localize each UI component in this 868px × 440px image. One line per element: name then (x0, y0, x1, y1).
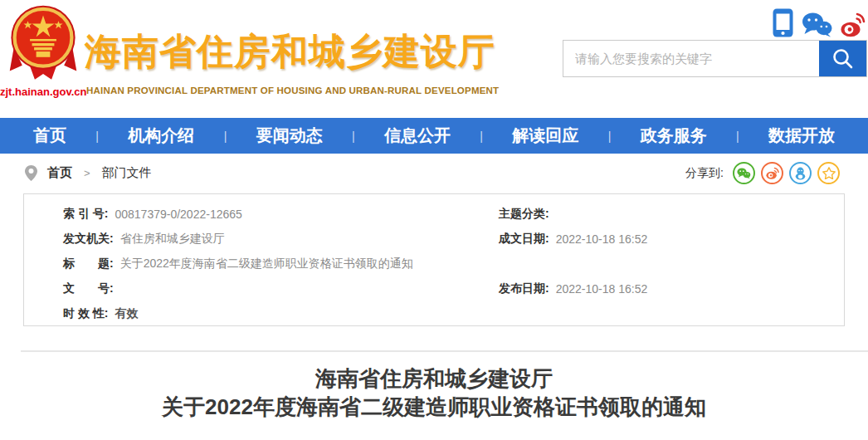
share-weibo-button[interactable] (761, 162, 783, 184)
header-quick-links (773, 8, 866, 37)
share-area: 分享到: (685, 162, 840, 184)
section-divider (21, 350, 868, 352)
nav-item-home[interactable]: 首页 (33, 125, 66, 147)
nav-separator: | (224, 130, 227, 143)
meta-validity: 时 效 性: 有效 (63, 301, 413, 326)
breadcrumb-separator: > (84, 167, 90, 179)
meta-doc-number: 文 号: (63, 276, 413, 301)
national-emblem-icon (8, 4, 78, 82)
share-wechat-button[interactable] (733, 162, 755, 184)
site-title: 海南省住房和城乡建设厅 (85, 27, 495, 76)
doc-metadata-box: 索 引 号: 00817379-0/2022-12665 发文机关: 省住房和城… (23, 193, 845, 326)
share-qq-button[interactable] (789, 162, 812, 184)
share-wechat-icon (737, 168, 751, 179)
breadcrumb-bar: 首页 > 部门文件 分享到: (0, 154, 868, 193)
nav-separator: | (736, 130, 739, 143)
share-qq-icon (795, 167, 806, 180)
nav-separator: | (480, 130, 483, 143)
document-title: 海南省住房和城乡建设厅 关于2022年度海南省二级建造师职业资格证书领取的通知 (0, 364, 868, 421)
meta-empty-row (499, 301, 647, 326)
meta-topic-category: 主题分类: (499, 202, 647, 227)
document-title-line2: 关于2022年度海南省二级建造师职业资格证书领取的通知 (0, 393, 868, 421)
main-nav: 首页 | 机构介绍 | 要闻动态 | 信息公开 | 解读回应 | 政务服务 | … (0, 118, 868, 154)
wechat-icon[interactable] (802, 12, 832, 37)
share-label: 分享到: (685, 166, 724, 181)
weibo-icon[interactable] (841, 12, 866, 37)
nav-separator: | (608, 130, 612, 143)
meta-publish-date: 发布日期: 2022-10-18 16:52 (499, 276, 647, 301)
search-button[interactable] (819, 41, 866, 76)
meta-column-right: 主题分类: 成文日期: 2022-10-18 16:52 发布日期: 2022-… (499, 202, 647, 326)
mobile-icon[interactable] (773, 8, 793, 37)
search-icon (831, 47, 854, 70)
nav-item-news[interactable]: 要闻动态 (256, 125, 323, 147)
nav-item-open-data[interactable]: 数据开放 (768, 125, 835, 147)
nav-separator: | (352, 130, 355, 143)
site-search (563, 40, 867, 77)
meta-written-date: 成文日期: 2022-10-18 16:52 (499, 227, 647, 252)
meta-index-number: 索 引 号: 00817379-0/2022-12665 (63, 202, 413, 227)
nav-separator: | (95, 130, 99, 143)
nav-item-gov-services[interactable]: 政务服务 (641, 125, 707, 147)
share-qzone-icon (822, 167, 836, 179)
site-header: zjt.hainan.gov.cn 海南省住房和城乡建设厅 HAINAN PRO… (0, 0, 868, 118)
breadcrumb-current: 部门文件 (102, 165, 152, 181)
nav-item-interpretation[interactable]: 解读回应 (512, 125, 578, 147)
nav-item-info-disclosure[interactable]: 信息公开 (384, 125, 451, 147)
search-input[interactable] (563, 41, 819, 76)
breadcrumb-home[interactable]: 首页 (47, 165, 72, 181)
national-emblem-logo[interactable] (8, 4, 78, 82)
meta-issuing-agency: 发文机关: 省住房和城乡建设厅 (63, 227, 413, 252)
share-qzone-button[interactable] (817, 162, 840, 184)
meta-doc-title: 标 题: 关于2022年度海南省二级建造师职业资格证书领取的通知 (63, 252, 413, 276)
meta-empty-row (499, 252, 647, 276)
meta-column-left: 索 引 号: 00817379-0/2022-12665 发文机关: 省住房和城… (63, 202, 413, 326)
site-domain: zjt.hainan.gov.cn (0, 86, 86, 98)
location-pin-icon (25, 165, 37, 181)
site-subtitle: HAINAN PROVINCIAL DEPARTMENT OF HOUSING … (86, 86, 499, 95)
nav-item-organization[interactable]: 机构介绍 (128, 125, 194, 147)
document-title-line1: 海南省住房和城乡建设厅 (0, 364, 868, 393)
page: zjt.hainan.gov.cn 海南省住房和城乡建设厅 HAINAN PRO… (0, 0, 868, 440)
share-weibo-icon (766, 167, 779, 179)
